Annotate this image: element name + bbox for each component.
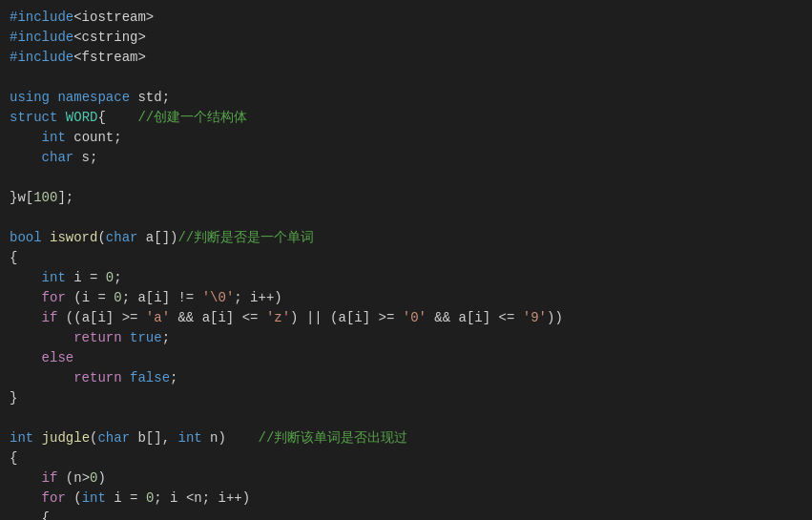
code-line-24: if (n>0) <box>0 468 812 489</box>
code-line-9 <box>0 168 812 188</box>
code-line-11 <box>0 208 812 228</box>
code-editor: #include<iostream> #include<cstring> #in… <box>0 0 812 520</box>
code-line-22: int judgle(char b[], int n) //判断该单词是否出现过 <box>0 428 812 448</box>
code-line-20: } <box>0 388 812 408</box>
code-line-10: }w[100]; <box>0 188 812 208</box>
code-line-16: if ((a[i] >= 'a' && a[i] <= 'z') || (a[i… <box>0 308 812 328</box>
code-line-23: { <box>0 448 812 468</box>
code-line-21 <box>0 408 812 428</box>
code-line-13: { <box>0 248 812 268</box>
code-line-18: else <box>0 348 812 368</box>
code-line-19: return false; <box>0 368 812 388</box>
code-line-6: struct WORD{ //创建一个结构体 <box>0 108 812 128</box>
code-line-17: return true; <box>0 328 812 348</box>
code-line-25: for (int i = 0; i <n; i++) <box>0 489 812 509</box>
code-line-7: int count; <box>0 128 812 148</box>
code-line-2: #include<cstring> <box>0 28 812 48</box>
code-line-8: char s; <box>0 148 812 168</box>
code-line-15: for (i = 0; a[i] != '\0'; i++) <box>0 288 812 308</box>
code-line-3: #include<fstream> <box>0 48 812 68</box>
code-line-5: using namespace std; <box>0 88 812 108</box>
code-line-4 <box>0 68 812 88</box>
code-line-1: #include<iostream> <box>0 8 812 28</box>
code-line-12: bool isword(char a[])//判断是否是一个单词 <box>0 228 812 248</box>
code-line-14: int i = 0; <box>0 268 812 288</box>
code-line-26: { <box>0 509 812 520</box>
